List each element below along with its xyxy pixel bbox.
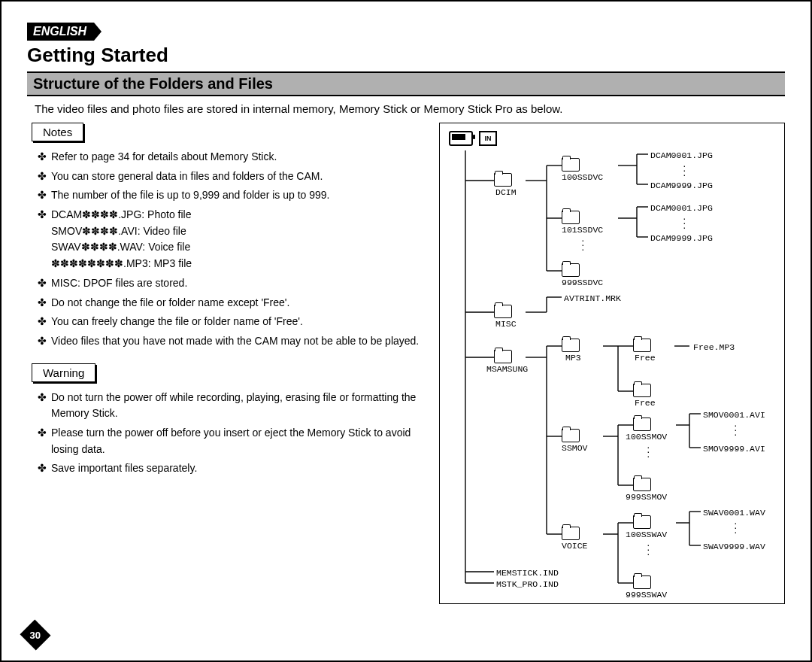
list-item: Do not change the file or folder name ex… [38,295,423,311]
folder-label: 100SSDVC [562,172,603,182]
file-label: AVTRINT.MRK [564,293,621,303]
file-label: Free.MP3 [693,342,735,352]
battery-icon [449,131,473,146]
warning-list: Do not turn the power off while recordin… [27,390,426,477]
list-item: You can freely change the file or folder… [38,314,423,330]
folder-icon [494,350,512,363]
note-subline: ✽✽✽✽✽✽✽✽.MP3: MP3 file [51,256,423,272]
folder-label: 100SSWAV [626,530,667,539]
note-line: DCAM✽✽✽✽.JPG: Photo file [51,208,192,220]
manual-page: ENGLISH Getting Started Structure of the… [0,0,812,662]
folder-icon [633,575,651,589]
left-column: Notes Refer to page 34 for details about… [27,123,426,604]
list-item: Do not turn the power off while recordin… [38,390,423,422]
vdots-icon: ··· [682,164,687,178]
panel-status-icons: IN [449,131,775,146]
folder-label: MSAMSUNG [486,364,528,374]
list-item: Video files that you have not made with … [38,333,423,350]
intro-text: The video files and photo files are stor… [35,102,783,115]
right-column: IN [439,123,785,604]
folder-label: DCIM [495,187,517,197]
list-item: MISC: DPOF files are stored. [38,275,423,292]
folder-icon [562,158,580,172]
list-item: You can store general data in files and … [38,169,423,185]
folder-icon [633,384,651,397]
note-subline: SWAV✽✽✽✽.WAV: Voice file [51,239,423,256]
notes-header: Notes [32,123,83,141]
folder-label: 999SSDVC [562,278,603,287]
internal-memory-icon: IN [479,131,497,146]
list-item: Save important files separately. [38,460,423,477]
folder-icon [633,515,651,529]
file-label: DCAM9999.JPG [650,181,713,190]
folder-label: MISC [495,319,517,329]
list-item: Refer to page 34 for details about Memor… [38,149,423,166]
folder-icon [562,211,580,224]
section-header: Structure of the Folders and Files [27,71,785,96]
list-item: DCAM✽✽✽✽.JPG: Photo file SMOV✽✽✽✽.AVI: V… [38,207,423,272]
file-label: SWAV9999.WAV [703,542,765,551]
tree-lines [449,150,777,602]
folder-icon [562,527,580,540]
folder-label: MP3 [565,353,581,363]
file-label: SMOV9999.AVI [703,444,765,454]
list-item: Please turn the power off before you ins… [38,425,423,457]
file-label: MEMSTICK.IND [496,568,559,578]
folder-label: 100SSMOV [626,432,667,442]
folder-label: SSMOV [562,443,588,453]
list-item: The number of the file is up to 9,999 an… [38,187,423,204]
note-subline: SMOV✽✽✽✽.AVI: Video file [51,223,423,240]
vdots-icon: ··· [682,217,687,230]
file-label: DCAM0001.JPG [650,150,713,160]
file-label: SMOV0001.AVI [703,410,765,420]
folder-label: Free [635,398,656,408]
folder-label: VOICE [562,541,588,551]
warning-header: Warning [32,363,95,382]
folder-label: Free [635,353,656,363]
folder-icon [633,418,651,431]
folder-icon [562,429,580,442]
page-number-badge: 30 [20,619,50,650]
file-label: DCAM0001.JPG [650,203,713,213]
vdots-icon: ··· [580,238,586,252]
folder-icon [562,339,580,352]
file-label: SWAV0001.WAV [703,508,765,518]
folder-tree-panel: IN [439,123,785,604]
file-label: DCAM9999.JPG [650,233,713,243]
vdots-icon: ··· [646,445,651,459]
folder-icon [633,339,651,352]
folder-icon [494,173,512,187]
folder-icon [562,263,580,277]
language-wrap: ENGLISH [27,23,785,41]
vdots-icon: ··· [646,543,651,557]
folder-icon [633,478,651,491]
folder-tree: DCIM 100SSDVC DCAM0001.JPG ··· DCAM9999.… [449,150,775,596]
language-badge: ENGLISH [27,23,94,41]
content-columns: Notes Refer to page 34 for details about… [27,123,785,604]
folder-icon [494,305,512,318]
notes-list: Refer to page 34 for details about Memor… [27,149,426,350]
folder-label: 999SSMOV [626,492,667,502]
folder-label: 999SSWAV [626,590,667,600]
page-title: Getting Started [27,44,785,67]
page-number: 30 [30,630,41,641]
folder-label: 101SSDVC [562,225,603,235]
file-label: MSTK_PRO.IND [496,579,559,589]
vdots-icon: ··· [733,424,738,437]
vdots-icon: ··· [733,521,738,535]
